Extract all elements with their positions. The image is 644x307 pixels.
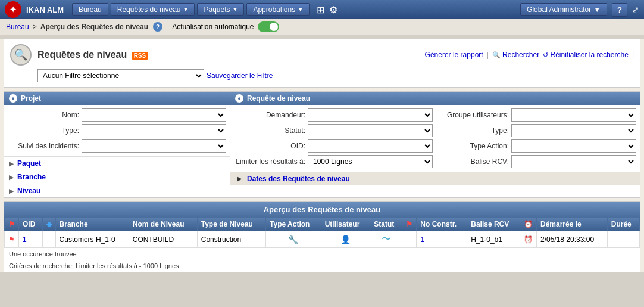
row-oid-link[interactable]: 1 xyxy=(23,235,27,244)
requete-section-title: Requête de niveau xyxy=(247,94,310,103)
row-flag-icon: ⚑ xyxy=(8,235,15,244)
dates-collapsible[interactable]: ▶ Dates des Requêtes de niveau xyxy=(230,172,640,185)
field-type-req: Type: xyxy=(437,124,636,137)
project-section-header: ● Projet xyxy=(4,92,230,105)
search-icon: 🔍 xyxy=(10,44,32,66)
field-incidents: Suivi des incidents: xyxy=(8,139,226,153)
flag2-icon: ⚑ xyxy=(406,220,412,228)
niveau-collapsible[interactable]: ▶ Niveau xyxy=(4,184,230,197)
topbar-right: Global Administrator ▼ ? ⤢ xyxy=(520,3,639,17)
search-header: 🔍 Requêtes de niveau RSS Générer le rapp… xyxy=(10,44,634,66)
groupe-select[interactable] xyxy=(511,108,636,122)
nav-approbations[interactable]: Approbations ▼ xyxy=(246,3,310,16)
field-statut: Statut: xyxy=(234,124,433,137)
rss-badge[interactable]: RSS xyxy=(132,52,149,60)
col-no-constr: No Constr. xyxy=(417,218,467,231)
col-oid: OID xyxy=(19,218,43,231)
statut-select[interactable] xyxy=(308,124,433,137)
branche-collapsible[interactable]: ▶ Branche xyxy=(4,170,230,184)
col-demarre-le: Démarrée le xyxy=(536,218,607,231)
flag-icon: ⚑ xyxy=(8,220,15,228)
paquet-label: Paquet xyxy=(17,159,41,168)
type-action-label: Type Action: xyxy=(437,142,509,150)
row-type-action-cell: 🔧 xyxy=(266,231,321,248)
field-demandeur: Demandeur: xyxy=(234,108,433,122)
filter-row: Aucun Filtre sélectionné Sauvegarder le … xyxy=(37,69,634,82)
row-branche-cell: Customers H_1-0 xyxy=(55,231,129,248)
auto-update-toggle[interactable] xyxy=(258,21,279,32)
help-button[interactable]: ? xyxy=(612,3,627,17)
section-arrow: ● xyxy=(9,94,17,103)
field-type-select[interactable] xyxy=(82,124,226,137)
type-action-select[interactable] xyxy=(511,139,636,153)
nav-paquets[interactable]: Paquets ▼ xyxy=(197,3,244,16)
dates-label: Dates des Requêtes de niveau xyxy=(247,175,350,183)
section-arrow-right: ● xyxy=(235,94,243,103)
branche-label: Branche xyxy=(17,173,46,181)
statut-icon: 〜 xyxy=(382,234,391,244)
search-panel: 🔍 Requêtes de niveau RSS Générer le rapp… xyxy=(4,39,640,88)
type-req-select[interactable] xyxy=(511,124,636,137)
sliders-icon[interactable]: ⚙ xyxy=(329,4,337,15)
search-link[interactable]: 🔍 Rechercher xyxy=(492,51,539,59)
requete-fields: Demandeur: Groupe utilisateurs: Statut: … xyxy=(230,105,640,172)
row-no-constr-cell: 1 xyxy=(417,231,467,248)
row-flag2-cell xyxy=(402,231,417,248)
expand-icon[interactable]: ⤢ xyxy=(632,5,639,14)
limit-select[interactable]: 1000 Lignes xyxy=(308,155,433,168)
paquet-collapsible[interactable]: ▶ Paquet xyxy=(4,156,230,170)
breadcrumb-bureau[interactable]: Bureau xyxy=(6,23,29,31)
col-branch-icon: ◈ xyxy=(42,218,55,231)
field-limit: Limiter les résultats à: 1000 Lignes xyxy=(234,155,433,168)
row-utilisateur-cell: 👤 xyxy=(321,231,370,248)
field-nom-select[interactable] xyxy=(82,108,226,122)
admin-button[interactable]: Global Administrator ▼ xyxy=(520,3,607,16)
row-no-constr-link[interactable]: 1 xyxy=(420,235,424,244)
search-icon-small: 🔍 xyxy=(492,51,501,58)
nav-requetes[interactable]: Requêtes de niveau ▼ xyxy=(111,3,195,16)
breadcrumb-current: Aperçu des Requêtes de niveau xyxy=(40,23,148,31)
main-content: 🔍 Requêtes de niveau RSS Générer le rapp… xyxy=(0,39,644,272)
row-statut-cell: 〜 xyxy=(370,231,402,248)
oid-select[interactable] xyxy=(308,139,433,153)
balise-rcv-select[interactable] xyxy=(511,155,636,168)
statut-label: Statut: xyxy=(234,126,305,135)
search-links: Générer le rapport | 🔍 Rechercher ↺ Réin… xyxy=(425,51,634,59)
field-incidents-select[interactable] xyxy=(82,139,226,153)
reset-search-link[interactable]: ↺ Réinitialiser la recherche xyxy=(543,51,629,59)
topbar: ✦ IKAN ALM Bureau Requêtes de niveau ▼ P… xyxy=(0,0,644,19)
save-filter-link[interactable]: Sauvegarder le Filtre xyxy=(207,72,273,80)
row-demarre-le-cell: 2/05/18 20:33:00 xyxy=(536,231,607,248)
field-nom-label: Nom: xyxy=(8,111,79,119)
type-action-icon: 🔧 xyxy=(288,235,298,244)
filter-select[interactable]: Aucun Filtre sélectionné xyxy=(37,69,204,82)
field-balise-rcv: Balise RCV: xyxy=(437,155,636,168)
field-type-label: Type: xyxy=(8,126,79,135)
breadcrumb-sep: > xyxy=(33,23,37,31)
generate-report-link[interactable]: Générer le rapport xyxy=(425,51,483,59)
field-type: Type: xyxy=(8,124,226,137)
type-req-label: Type: xyxy=(437,126,509,135)
col-flag2: ⚑ xyxy=(402,218,417,231)
row-branch-icon-cell xyxy=(42,231,55,248)
reset-icon: ↺ xyxy=(543,51,548,58)
left-filter: ● Projet Nom: Type: Suivi des incidents: xyxy=(4,92,230,197)
grid-icon[interactable]: ⊞ xyxy=(317,4,324,15)
groupe-label: Groupe utilisateurs: xyxy=(437,111,509,119)
demandeur-select[interactable] xyxy=(308,108,433,122)
overview-title: Aperçu des Requêtes de niveau xyxy=(4,202,640,217)
niveau-arrow: ▶ xyxy=(9,188,14,194)
nav-bureau[interactable]: Bureau xyxy=(72,3,108,16)
col-flag: ⚑ xyxy=(5,218,19,231)
row-oid-cell: 1 xyxy=(19,231,43,248)
row-clock-cell: ⏰ xyxy=(520,231,536,248)
caret-icon: ▼ xyxy=(298,7,303,13)
row-type-niveau-cell: Construction xyxy=(197,231,265,248)
search-title: Requêtes de niveau xyxy=(37,49,127,60)
col-clock-icon: ⏰ xyxy=(520,218,536,231)
caret-icon: ▼ xyxy=(183,7,189,13)
breadcrumb-help-icon[interactable]: ? xyxy=(153,22,162,32)
auto-update-label: Actualisation automatique xyxy=(172,23,254,31)
col-type-niveau: Type de Niveau xyxy=(197,218,265,231)
field-groupe: Groupe utilisateurs: xyxy=(437,108,636,122)
